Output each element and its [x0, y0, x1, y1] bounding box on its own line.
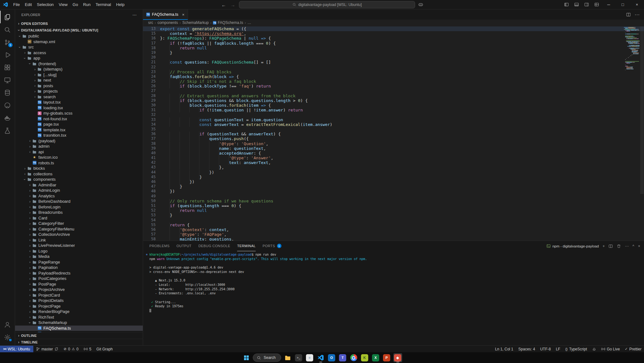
maximize-panel-button[interactable]: ^: [632, 244, 634, 248]
kill-terminal-button[interactable]: [617, 244, 621, 248]
more-actions-icon[interactable]: ⋯: [635, 12, 640, 18]
tree-folder-card[interactable]: ›Card: [15, 215, 143, 221]
tree-file-robots-ts[interactable]: TSrobots.ts: [15, 160, 143, 166]
taskbar-search[interactable]: Search: [253, 354, 281, 362]
activity-extensions[interactable]: [0, 61, 15, 74]
status-forwarded-ports[interactable]: 5: [81, 346, 94, 352]
tree-folder-projectdetails[interactable]: ›ProjectDetails: [15, 298, 143, 303]
tree-folder-payloadredirects[interactable]: ›PayloadRedirects: [15, 270, 143, 276]
tree-folder-components[interactable]: ›components: [15, 177, 143, 182]
status-problems[interactable]: ⊘0⚠0: [61, 346, 81, 352]
tree-folder-posts[interactable]: ›posts: [15, 83, 143, 89]
activity-github[interactable]: [0, 99, 15, 111]
timeline-section[interactable]: › TIMELINE: [15, 339, 143, 345]
activity-account[interactable]: [0, 318, 15, 331]
menu-selection[interactable]: Selection: [34, 1, 56, 8]
status-eol[interactable]: LF: [553, 346, 563, 352]
breadcrumb-item-src[interactable]: src: [148, 20, 153, 25]
copilot-icon[interactable]: [418, 2, 423, 7]
tree-folder-blocks[interactable]: ›blocks: [15, 166, 143, 171]
tree-folder-access[interactable]: ›access: [15, 50, 143, 56]
tree-folder-categoryfilter[interactable]: ›CategoryFilter: [15, 221, 143, 226]
tree-file-trasnition-tsx[interactable]: TStrasnition.tsx: [15, 133, 143, 138]
tree-file-my-globals-scss[interactable]: Smy-globals.scss: [15, 111, 143, 116]
activity-remote-explorer[interactable]: [0, 74, 15, 86]
terminal-output[interactable]: kharejko@DESKTOP:~/projects/web/digitalv…: [143, 251, 644, 345]
editor-scrollbar[interactable]: [640, 26, 644, 241]
menu-view[interactable]: View: [56, 1, 70, 8]
tree-folder-api[interactable]: ›api: [15, 149, 143, 155]
tree-file-layout-tsx[interactable]: TSlayout.tsx: [15, 99, 143, 105]
split-terminal-button[interactable]: [608, 244, 613, 248]
tree-folder-pagerange[interactable]: ›PageRange: [15, 259, 143, 265]
tree-folder-app[interactable]: ›app: [15, 55, 143, 61]
tree-file-sitemap-xml[interactable]: <>sitemap.xml: [15, 39, 143, 45]
taskbar-app-excel[interactable]: X: [371, 353, 380, 362]
tree-folder-src[interactable]: ›src: [15, 44, 143, 50]
tree-folder-breadcrumbs[interactable]: ›Breadcrumbs: [15, 210, 143, 215]
open-editors-section[interactable]: › OPEN EDITORS: [15, 20, 143, 27]
status-notifications[interactable]: [590, 346, 599, 352]
breadcrumb-item-schemamarkup[interactable]: SchemaMarkup: [182, 20, 209, 25]
tree-folder-projects[interactable]: ›projects: [15, 88, 143, 94]
terminal-session[interactable]: npm - digitalvantage-payload: [547, 244, 599, 248]
activity-run-debug[interactable]: [0, 48, 15, 61]
tree-folder-projectarchive[interactable]: ›ProjectArchive: [15, 287, 143, 292]
panel-tab-output[interactable]: OUTPUT: [176, 241, 192, 251]
tree-file-favicon-ico[interactable]: ★favicon.ico: [15, 155, 143, 160]
customize-layout-icon[interactable]: [591, 0, 602, 9]
start-button[interactable]: [242, 353, 251, 362]
panel-tab-problems[interactable]: PROBLEMS: [149, 241, 169, 251]
command-center-search[interactable]: digitalvantage-payload [WSL: Ubuntu]: [239, 1, 415, 8]
breadcrumb-item-[interactable]: …: [247, 20, 251, 25]
menu-go[interactable]: Go: [70, 1, 80, 8]
sidebar-actions-button[interactable]: ⋯: [132, 12, 137, 17]
taskbar-app-file-explorer[interactable]: [283, 353, 292, 362]
status-indentation[interactable]: Spaces: 4: [516, 346, 537, 352]
activity-database[interactable]: [0, 86, 15, 99]
activity-explorer[interactable]: [0, 11, 15, 23]
tab-close-icon[interactable]: ×: [182, 12, 185, 17]
panel-more-actions-button[interactable]: ⋯: [625, 244, 629, 248]
tree-file-not-found-tsx[interactable]: TSnot-found.tsx: [15, 116, 143, 122]
taskbar-app-powerpoint[interactable]: P: [382, 353, 391, 362]
tree-folder-adminlogin[interactable]: ›AdminLogin: [15, 188, 143, 193]
project-root-section[interactable]: › DIGITALVANTAGE-PAYLOAD [WSL: UBUNTU]: [15, 27, 143, 33]
tree-folder-projectcard[interactable]: ›ProjectCard: [15, 292, 143, 298]
taskbar-app-notepad[interactable]: ≡: [305, 353, 314, 362]
tree-file-faqschema-ts[interactable]: TSFAQSchema.ts: [15, 326, 143, 331]
tab-faqschema[interactable]: TS FAQSchema.ts ×: [143, 9, 188, 20]
tree-folder-categoryfiltermenu[interactable]: ›CategoryFilterMenu: [15, 226, 143, 232]
tree-folder-link[interactable]: ›Link: [15, 237, 143, 243]
tree-folder-renderblogpage[interactable]: ›RenderBlogPage: [15, 309, 143, 315]
menu-edit[interactable]: Edit: [22, 1, 34, 8]
tree-folder-beforelogin[interactable]: ›BeforeLogin: [15, 204, 143, 210]
navigate-back-button[interactable]: ←: [221, 2, 227, 7]
minimap[interactable]: [624, 27, 640, 71]
tree-folder-logo[interactable]: ›Logo: [15, 248, 143, 254]
new-terminal-button[interactable]: +: [602, 244, 605, 248]
tree-folder-frontend[interactable]: ›(frontend): [15, 61, 143, 67]
code-editor[interactable]: 13export const generateFAQSchema = ({15 …: [143, 26, 644, 241]
toggle-secondary-sidebar-icon[interactable]: [581, 0, 591, 9]
tree-folder-pagination[interactable]: ›Pagination: [15, 265, 143, 270]
maximize-button[interactable]: □: [616, 0, 630, 9]
panel-tab-debug-console[interactable]: DEBUG CONSOLE: [198, 241, 230, 251]
status-git-graph[interactable]: Git Graph: [94, 346, 115, 352]
tree-folder-postpage[interactable]: ›PostPage: [15, 281, 143, 287]
breadcrumb-item-components[interactable]: components: [158, 20, 178, 25]
tree-folder-payload[interactable]: ›(payload): [15, 138, 143, 144]
tree-folder-schemamarkup[interactable]: ›SchemaMarkup: [15, 320, 143, 326]
tree-file-template-tsx[interactable]: TStemplate.tsx: [15, 127, 143, 133]
taskbar-app-pinned-app[interactable]: ◆: [393, 353, 402, 362]
close-panel-button[interactable]: ×: [638, 244, 640, 248]
activity-settings[interactable]: [0, 331, 15, 343]
tree-folder-beforedashboard[interactable]: ›BeforeDashboard: [15, 199, 143, 204]
tree-folder-collections[interactable]: ›collections: [15, 171, 143, 177]
menu-help[interactable]: Help: [114, 1, 127, 8]
split-editor-icon[interactable]: [626, 12, 631, 17]
navigate-forward-button[interactable]: →: [230, 2, 236, 7]
tree-folder-livepreviewlistener[interactable]: ›LivePreviewListener: [15, 243, 143, 248]
panel-tab-terminal[interactable]: TERMINAL: [237, 241, 256, 251]
activity-docker[interactable]: [0, 111, 15, 124]
